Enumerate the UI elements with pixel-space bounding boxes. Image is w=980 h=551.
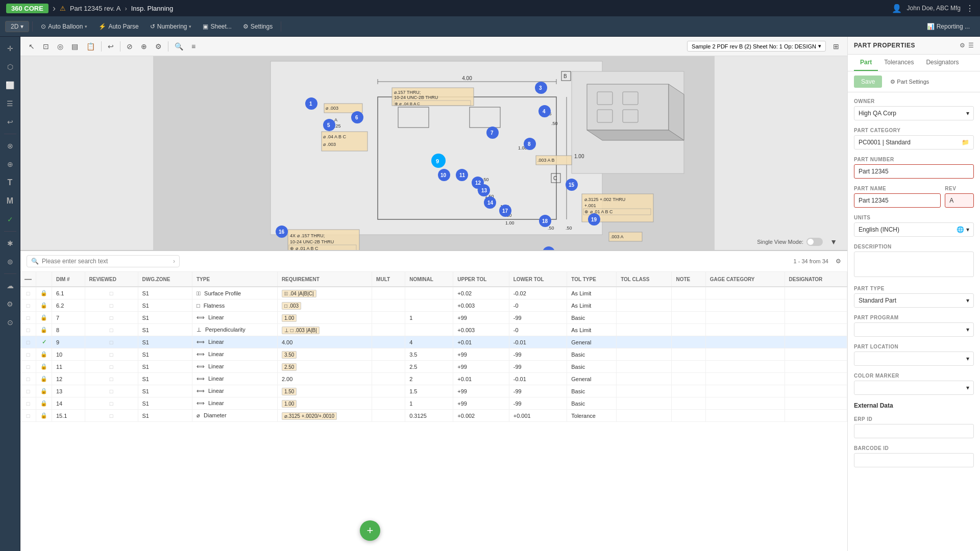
col-mult[interactable]: MULT [372, 272, 405, 287]
sidebar-icon-cloud[interactable]: ☁ [3, 278, 18, 293]
col-gage[interactable]: GAGE CATEGORY [705, 272, 785, 287]
auto-parse-button[interactable]: ⚡ Auto Parse [93, 21, 143, 32]
single-view-toggle[interactable] [806, 238, 823, 246]
sheet-selector[interactable]: Sample 2 PDF rev B (2) Sheet No: 1 Op: D… [687, 41, 826, 52]
row-reviewed[interactable]: □ [85, 385, 138, 397]
part-category-select[interactable]: PC0001 | Standard 📁 [854, 135, 974, 149]
row-reviewed[interactable]: □ [85, 336, 138, 348]
col-tol-class[interactable]: TOL CLASS [617, 272, 672, 287]
region-select[interactable]: ⊡ [40, 40, 52, 53]
row-reviewed[interactable]: □ [85, 373, 138, 385]
table-row[interactable]: □ 🔒 14 □ S1 ⟺ Linear 1.00 1 +99 -99 Basi… [20, 397, 847, 410]
table-row[interactable]: □ 🔒 7 □ S1 ⟺ Linear 1.00 1 +99 -99 Basic [20, 312, 847, 324]
table-row[interactable]: □ 🔒 6.1 □ S1 ⌀⃞ Surface Profile ⌀⃞ .04 |… [20, 287, 847, 299]
part-program-select[interactable]: ▾ [854, 322, 974, 337]
sidebar-icon-filter[interactable]: ⊗ [3, 138, 18, 154]
sidebar-icon-undo[interactable]: ↩ [3, 114, 18, 130]
add-fab-button[interactable]: + [360, 520, 380, 541]
panel-menu-icon[interactable]: ☰ [968, 42, 974, 49]
row-checkbox[interactable]: □ [20, 324, 36, 336]
part-name-input[interactable] [854, 193, 941, 208]
part-number-input[interactable] [854, 164, 974, 179]
circle-select[interactable]: ◎ [54, 40, 66, 53]
tab-tolerances[interactable]: Tolerances [878, 55, 920, 71]
row-checkbox[interactable]: □ [20, 348, 36, 361]
settings-btn[interactable]: ⚙ [152, 40, 165, 53]
row-reviewed[interactable]: □ [85, 348, 138, 361]
col-select-all[interactable]: — [20, 272, 36, 287]
units-icons[interactable]: 🌐 ▾ [957, 226, 969, 233]
table-row[interactable]: □ 🔒 13 □ S1 ⟺ Linear 1.50 1.5 +99 -99 Ba… [20, 385, 847, 397]
units-select[interactable]: English (INCH) 🌐 ▾ [854, 222, 974, 237]
sheet-button[interactable]: ▣ Sheet... [198, 21, 236, 32]
table-row[interactable]: □ 🔒 8 □ S1 ⊥ Perpendicularity ⊥ □ .003 |… [20, 324, 847, 336]
description-input[interactable] [854, 252, 974, 277]
color-marker-select[interactable]: ▾ [854, 381, 974, 395]
row-reviewed[interactable]: □ [85, 287, 138, 299]
col-dim[interactable]: DIM # [52, 272, 85, 287]
grid-view-btn[interactable]: ⊞ [830, 40, 842, 53]
zoom-btn[interactable]: 🔍 [172, 40, 186, 53]
tab-designators[interactable]: Designators [920, 55, 965, 71]
sidebar-icon-select[interactable]: ⬡ [3, 59, 18, 74]
table-row[interactable]: □ 🔒 15.1 □ S1 ⌀ Diameter ⌀.3125 +.0020/+… [20, 410, 847, 422]
sidebar-icon-search[interactable]: ⊕ [3, 157, 18, 172]
col-note[interactable]: NOTE [672, 272, 705, 287]
barcode-id-input[interactable] [854, 453, 974, 467]
col-upper-tol[interactable]: UPPER TOL [453, 272, 509, 287]
row-reviewed[interactable]: □ [85, 312, 138, 324]
row-checkbox[interactable]: □ [20, 373, 36, 385]
owner-select[interactable]: High QA Corp ▾ [854, 106, 974, 120]
part-location-select[interactable]: ▾ [854, 352, 974, 366]
settings-button[interactable]: ⚙ Settings [238, 21, 278, 32]
row-checkbox[interactable]: □ [20, 336, 36, 348]
sidebar-icon-check[interactable]: ✓ [3, 212, 18, 227]
breadcrumb-part[interactable]: Part 12345 rev. A [70, 5, 121, 12]
filter-icon[interactable]: ▼ [830, 238, 837, 246]
table-row[interactable]: □ 🔒 12 □ S1 ⟺ Linear 2.00 2 +0.01 -0.01 … [20, 373, 847, 385]
sidebar-icon-modules[interactable]: ⊚ [3, 254, 18, 269]
col-nominal[interactable]: NOMINAL [405, 272, 453, 287]
pattern-tool[interactable]: ▤ [68, 40, 81, 53]
row-checkbox[interactable]: □ [20, 397, 36, 410]
sidebar-icon-rect[interactable]: ⬜ [3, 78, 18, 93]
row-checkbox[interactable]: □ [20, 287, 36, 299]
note-tool[interactable]: 📋 [83, 40, 98, 53]
col-lower-tol[interactable]: LOWER TOL [509, 272, 567, 287]
row-reviewed[interactable]: □ [85, 299, 138, 312]
erp-id-input[interactable] [854, 424, 974, 438]
sidebar-icon-gear[interactable]: ⚙ [3, 296, 18, 312]
reporting-button[interactable]: 📊 Reporting ... [922, 21, 975, 32]
part-type-select[interactable]: Standard Part ▾ [854, 293, 974, 308]
search-clear-icon[interactable]: › [173, 258, 175, 265]
view-mode-button[interactable]: 2D ▾ [5, 21, 29, 32]
row-checkbox[interactable]: □ [20, 312, 36, 324]
filter-btn[interactable]: ⊘ [124, 40, 136, 53]
col-reviewed[interactable]: REVIEWED [85, 272, 138, 287]
sidebar-icon-mark[interactable]: M [3, 193, 18, 209]
sidebar-icon-text[interactable]: T [3, 175, 18, 190]
table-row[interactable]: □ 🔒 11 □ S1 ⟺ Linear 2.50 2.5 +99 -99 Ba… [20, 361, 847, 373]
col-type[interactable]: TYPE [192, 272, 277, 287]
table-settings-icon[interactable]: ⚙ [836, 258, 841, 265]
col-requirement[interactable]: REQUIREMENT [277, 272, 372, 287]
row-reviewed[interactable]: □ [85, 324, 138, 336]
table-row[interactable]: □ 🔒 10 □ S1 ⟺ Linear 3.50 3.5 +99 -99 Ba… [20, 348, 847, 361]
search-input-wrap[interactable]: 🔍 › [27, 255, 180, 267]
rev-input[interactable] [945, 193, 974, 208]
row-checkbox[interactable]: □ [20, 299, 36, 312]
tab-part[interactable]: Part [854, 55, 878, 71]
search-input[interactable] [42, 258, 170, 265]
auto-balloon-button[interactable]: ⊙ Auto Balloon ▾ [36, 21, 92, 32]
undo-btn[interactable]: ↩ [105, 40, 117, 53]
row-reviewed[interactable]: □ [85, 397, 138, 410]
col-zone[interactable]: DWG.ZONE [138, 272, 192, 287]
table-row[interactable]: □ ✓ 9 □ S1 ⟺ Linear 4.00 4 +0.01 -0.01 G… [20, 336, 847, 348]
crosshair-btn[interactable]: ⊕ [138, 40, 150, 53]
sidebar-icon-cursor[interactable]: ✛ [3, 41, 18, 56]
panel-settings-icon[interactable]: ⚙ [960, 42, 965, 49]
sidebar-icon-list[interactable]: ☰ [3, 96, 18, 111]
row-checkbox[interactable]: □ [20, 361, 36, 373]
col-designator[interactable]: DESIGNATOR [785, 272, 847, 287]
layers-btn[interactable]: ≡ [188, 40, 199, 53]
